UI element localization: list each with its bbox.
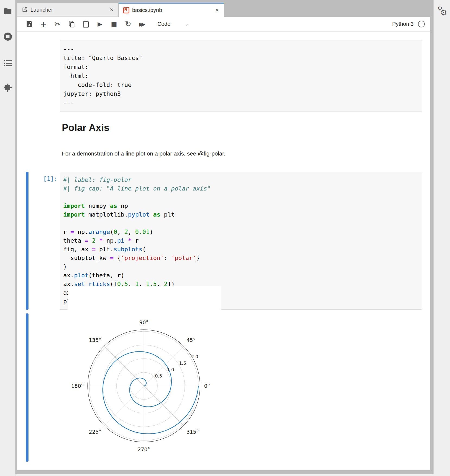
notebook-content: ---title: "Quarto Basics"format: html: c… — [17, 31, 430, 470]
code-line: ax.plot(theta, r) — [63, 271, 419, 280]
code-line: #| fig-cap: "A line plot on a polar axis… — [63, 184, 419, 193]
svg-text:180°: 180° — [71, 383, 84, 389]
file-browser-icon[interactable] — [0, 8, 15, 15]
right-sidebar-strip: ⚙ ⚙ — [433, 0, 450, 476]
stop-kernel-button[interactable]: ■ — [108, 19, 120, 30]
execution-count: [1]: — [28, 175, 58, 182]
polar-plot-output: 0°45°90°135°180°225°270°315°0.51.01.52.0 — [68, 286, 221, 463]
main-panel: Launcher × basics.ipynb × — [17, 3, 430, 470]
code-line: r = np.arange(0, 2, 0.01) — [63, 228, 419, 236]
notebook-icon — [123, 7, 129, 14]
code-line: ) — [63, 262, 419, 271]
close-tab-icon[interactable]: × — [215, 7, 219, 14]
cut-cells-button[interactable]: ✂ — [52, 19, 64, 30]
code-line: fig, ax = plt.subplots( — [63, 245, 419, 254]
svg-text:90°: 90° — [139, 319, 148, 325]
yaml-line: code-fold: true — [63, 80, 419, 89]
svg-text:0°: 0° — [204, 383, 210, 389]
polar-chart: 0°45°90°135°180°225°270°315°0.51.01.52.0 — [68, 286, 221, 463]
svg-text:1.5: 1.5 — [179, 361, 186, 366]
tab-label: Launcher — [30, 7, 107, 13]
code-line: import matplotlib.pyplot as plt — [63, 210, 419, 219]
svg-text:225°: 225° — [89, 429, 101, 435]
extensions-icon[interactable] — [0, 83, 15, 92]
cell-type-dropdown[interactable]: Code ⌄ — [157, 21, 188, 27]
running-kernels-icon[interactable] — [0, 32, 15, 41]
launcher-icon — [22, 7, 28, 13]
svg-text:2.0: 2.0 — [191, 354, 198, 359]
yaml-line: format: — [63, 62, 419, 71]
yaml-line: --- — [63, 45, 419, 53]
close-tab-icon[interactable]: × — [109, 6, 114, 13]
svg-text:135°: 135° — [89, 337, 101, 343]
code-line: import numpy as np — [63, 202, 419, 210]
kernel-name: Python 3 — [392, 21, 414, 27]
kernel-group: Python 3 — [392, 21, 425, 27]
raw-yaml-cell[interactable]: ---title: "Quarto Basics"format: html: c… — [60, 40, 422, 112]
yaml-line: --- — [63, 98, 419, 107]
property-inspector-icon[interactable]: ⚙ ⚙ — [437, 5, 448, 16]
svg-text:0.5: 0.5 — [155, 373, 162, 379]
markdown-paragraph: For a demonstration of a line plot on a … — [62, 150, 226, 157]
run-cell-button[interactable]: ▶ — [94, 19, 106, 30]
copy-cells-button[interactable] — [66, 19, 78, 30]
add-cell-button[interactable]: + — [37, 19, 49, 30]
paste-cells-button[interactable] — [80, 19, 92, 30]
code-line: subplot_kw = {'projection': 'polar'} — [63, 254, 419, 262]
notebook-toolbar: + ✂ ▶ ■ ↻ ▶▶ Code ⌄ — [17, 17, 430, 31]
tab-bar: Launcher × basics.ipynb × — [17, 3, 430, 17]
markdown-heading: Polar Axis — [62, 122, 109, 134]
restart-run-all-button[interactable]: ▶▶ — [136, 19, 148, 30]
jupyterlab-screen: Launcher × basics.ipynb × — [0, 0, 450, 476]
output-collapser[interactable] — [26, 313, 28, 462]
chevron-down-icon: ⌄ — [184, 22, 189, 27]
restart-kernel-button[interactable]: ↻ — [122, 19, 134, 30]
save-button[interactable] — [23, 19, 35, 30]
svg-text:45°: 45° — [186, 337, 196, 343]
input-collapser[interactable] — [26, 172, 28, 310]
tab-basics-ipynb[interactable]: basics.ipynb × — [119, 3, 224, 17]
yaml-line: title: "Quarto Basics" — [63, 53, 419, 62]
code-line: #| label: fig-polar — [63, 176, 419, 184]
code-line — [63, 193, 419, 202]
svg-text:315°: 315° — [186, 429, 199, 435]
svg-text:270°: 270° — [138, 446, 150, 452]
yaml-line: html: — [63, 71, 419, 80]
tab-launcher[interactable]: Launcher × — [17, 3, 119, 17]
tab-label: basics.ipynb — [132, 7, 212, 13]
code-line — [63, 219, 419, 228]
activity-bar — [0, 0, 15, 476]
bottom-strip — [15, 474, 450, 476]
code-line: theta = 2 * np.pi * r — [63, 236, 419, 245]
cell-type-value: Code — [157, 21, 170, 27]
kernel-status-icon[interactable] — [418, 21, 425, 27]
svg-text:1.0: 1.0 — [167, 367, 174, 372]
table-of-contents-icon[interactable] — [0, 60, 15, 67]
yaml-line: jupyter: python3 — [63, 89, 419, 98]
